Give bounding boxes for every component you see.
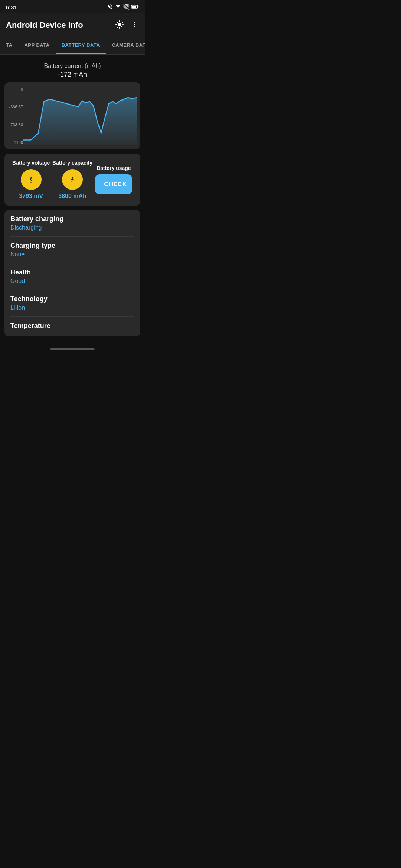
capacity-value: 3800 mAh bbox=[58, 193, 87, 200]
health-label: Health bbox=[10, 269, 134, 276]
status-icons bbox=[107, 4, 139, 11]
battery-current-value: -172 mAh bbox=[4, 71, 140, 79]
y-label-3: -1100 bbox=[13, 140, 23, 145]
tab-app-data[interactable]: APP DATA bbox=[18, 37, 55, 54]
voltage-label: Battery voltage bbox=[12, 160, 50, 166]
mute-icon bbox=[107, 4, 113, 11]
charging-row: Battery charging Discharging bbox=[10, 210, 134, 237]
charging-type-label: Charging type bbox=[10, 242, 134, 250]
usage-label: Battery usage bbox=[97, 165, 131, 171]
battery-icon bbox=[131, 4, 139, 10]
check-button[interactable]: CHECK bbox=[95, 174, 132, 194]
app-title: Android Device Info bbox=[6, 20, 83, 30]
charging-type-row: Charging type None bbox=[10, 237, 134, 263]
tab-ta[interactable]: TA bbox=[0, 37, 18, 54]
technology-row: Technology Li-ion bbox=[10, 290, 134, 317]
home-indicator bbox=[0, 345, 145, 351]
chart-svg-wrapper bbox=[23, 87, 137, 145]
capacity-icon bbox=[62, 169, 83, 190]
y-label-1: -366.67 bbox=[9, 105, 23, 109]
temperature-label: Temperature bbox=[10, 322, 134, 330]
svg-rect-8 bbox=[30, 183, 32, 183]
battery-chart: 0 -366.67 -733.33 -1100 bbox=[4, 82, 140, 149]
signal-icon bbox=[123, 4, 129, 11]
info-list-card: Battery charging Discharging Charging ty… bbox=[4, 210, 140, 336]
content-area: Battery current (mAh) -172 mAh 0 -366.67… bbox=[0, 55, 145, 345]
y-label-2: -733.33 bbox=[9, 122, 23, 127]
technology-label: Technology bbox=[10, 295, 134, 303]
charging-value: Discharging bbox=[10, 224, 134, 231]
app-bar: Android Device Info bbox=[0, 13, 145, 37]
stats-card: Battery voltage 3793 mV Battery capacity bbox=[4, 154, 140, 206]
charging-type-value: None bbox=[10, 251, 134, 258]
status-time: 6:31 bbox=[6, 4, 17, 10]
app-bar-actions bbox=[115, 20, 139, 31]
svg-rect-1 bbox=[138, 6, 139, 7]
tab-battery-data[interactable]: BATTERY DATA bbox=[56, 37, 106, 54]
tabs-container: TA APP DATA BATTERY DATA CAMERA DATA bbox=[0, 37, 145, 55]
health-row: Health Good bbox=[10, 263, 134, 290]
battery-current-label: Battery current (mAh) bbox=[4, 63, 140, 69]
capacity-stat: Battery capacity 3800 mAh bbox=[52, 160, 93, 200]
svg-rect-2 bbox=[132, 6, 136, 8]
home-bar bbox=[50, 348, 95, 350]
temperature-row: Temperature bbox=[10, 317, 134, 336]
tab-camera-data[interactable]: CAMERA DATA bbox=[106, 37, 145, 54]
wifi-icon bbox=[115, 4, 121, 11]
capacity-label: Battery capacity bbox=[52, 160, 92, 166]
usage-stat: Battery usage CHECK bbox=[93, 165, 134, 194]
voltage-value: 3793 mV bbox=[19, 193, 43, 200]
voltage-icon bbox=[21, 169, 42, 190]
health-value: Good bbox=[10, 278, 134, 285]
svg-rect-10 bbox=[71, 174, 74, 176]
charging-label: Battery charging bbox=[10, 215, 134, 223]
status-bar: 6:31 bbox=[0, 0, 145, 13]
voltage-stat: Battery voltage 3793 mV bbox=[10, 160, 52, 200]
technology-value: Li-ion bbox=[10, 305, 134, 311]
brightness-icon[interactable] bbox=[115, 20, 124, 31]
more-vert-icon[interactable] bbox=[130, 20, 139, 31]
chart-y-labels: 0 -366.67 -733.33 -1100 bbox=[6, 87, 23, 145]
